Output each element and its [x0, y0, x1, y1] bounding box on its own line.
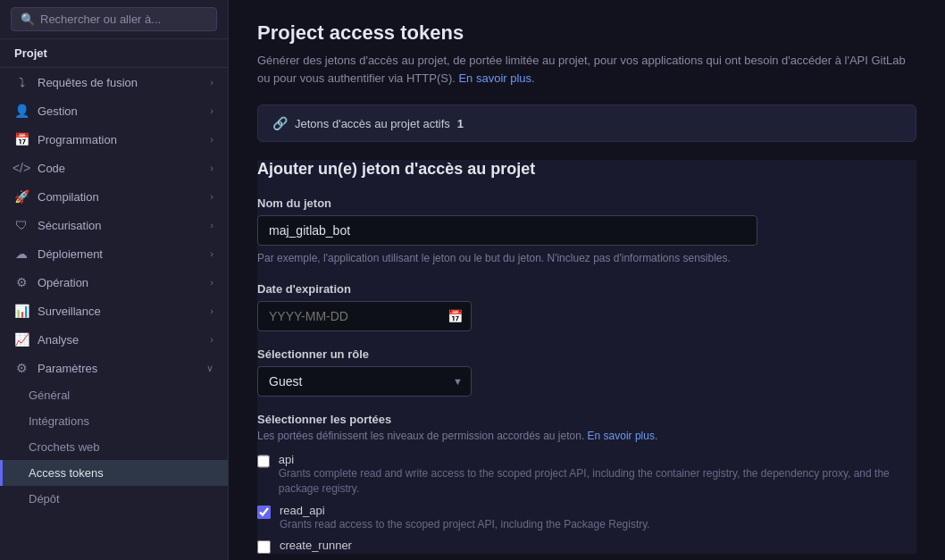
sub-nav-depot[interactable]: Dépôt [0, 486, 228, 512]
scope-api-text: api Grants complete read and write acces… [279, 453, 916, 497]
nav-item-compilation[interactable]: 🚀 Compilation › [0, 182, 228, 211]
gestion-icon: 👤 [14, 104, 29, 118]
scope-create-runner-text: create_runner [280, 539, 352, 552]
scope-item-create-runner: create_runner [257, 539, 916, 554]
date-input-wrap: 📅 [257, 301, 472, 331]
nav-item-requetes[interactable]: ⤵ Requêtes de fusion › [0, 68, 228, 96]
operation-label: Opération [38, 276, 88, 289]
compilation-chevron: › [210, 191, 213, 202]
code-icon: </> [14, 161, 29, 175]
programmation-label: Programmation [38, 133, 117, 146]
description-text: Générer des jetons d'accès au projet, de… [257, 54, 906, 85]
gestion-chevron: › [210, 105, 213, 116]
sub-nav-access-tokens[interactable]: Access tokens [0, 460, 228, 486]
scopes-hint: Les portées définissent les niveaux de p… [257, 430, 916, 442]
general-label: Général [29, 389, 70, 402]
deploiement-chevron: › [210, 248, 213, 259]
expiry-label: Date d'expiration [257, 282, 916, 296]
nav-item-code[interactable]: </> Code › [0, 154, 228, 182]
search-icon: 🔍 [21, 13, 35, 26]
search-area[interactable]: 🔍 Rechercher ou aller à... [0, 0, 228, 39]
token-name-hint: Par exemple, l'application utilisant le … [257, 250, 916, 266]
role-select[interactable]: Guest Reporter Developer Maintainer Owne… [257, 366, 472, 397]
depot-label: Dépôt [29, 492, 60, 506]
learn-more-link[interactable]: En savoir plus. [458, 71, 534, 85]
scope-read-api-name: read_api [280, 504, 650, 517]
scope-item-read-api: read_api Grants read access to the scope… [257, 504, 916, 532]
form-title: Ajouter un(e) jeton d'accès au projet [257, 160, 916, 179]
nav-item-parametres[interactable]: ⚙ Paramètres ∨ [0, 354, 228, 382]
access-tokens-label: Access tokens [29, 466, 104, 480]
operation-chevron: › [210, 277, 213, 288]
scope-api-checkbox[interactable] [257, 455, 270, 468]
scope-read-api-text: read_api Grants read access to the scope… [280, 504, 650, 532]
nav-item-gestion[interactable]: 👤 Gestion › [0, 96, 228, 125]
token-name-group: Nom du jeton Par exemple, l'application … [257, 196, 916, 266]
surveillance-label: Surveillance [38, 305, 101, 318]
scope-api-desc: Grants complete read and write access to… [279, 466, 916, 497]
main-content: Project access tokens Générer des jetons… [229, 0, 945, 560]
analyse-label: Analyse [38, 333, 79, 347]
link-icon: 🔗 [272, 116, 288, 130]
code-label: Code [38, 162, 65, 175]
surveillance-chevron: › [210, 305, 213, 316]
add-token-form: Ajouter un(e) jeton d'accès au projet No… [257, 160, 916, 554]
role-label: Sélectionner un rôle [257, 347, 916, 361]
nav-item-programmation[interactable]: 📅 Programmation › [0, 125, 228, 154]
securisation-chevron: › [210, 220, 213, 230]
sub-nav-general[interactable]: Général [0, 382, 228, 408]
parametres-label: Paramètres [38, 362, 97, 375]
sub-nav-crochets[interactable]: Crochets web [0, 434, 228, 460]
requetes-chevron: › [210, 77, 213, 88]
expiry-input[interactable] [257, 301, 472, 331]
scope-create-runner-name: create_runner [280, 539, 352, 552]
securisation-icon: 🛡 [14, 218, 29, 232]
nav-item-surveillance[interactable]: 📊 Surveillance › [0, 297, 228, 325]
deploiement-icon: ☁ [14, 247, 29, 261]
project-label: Projet [0, 39, 228, 68]
scope-read-api-desc: Grants read access to the scoped project… [280, 517, 650, 532]
scope-item-api: api Grants complete read and write acces… [257, 453, 916, 497]
gestion-label: Gestion [38, 104, 78, 118]
analyse-chevron: › [210, 334, 213, 345]
code-chevron: › [210, 163, 213, 173]
nav-item-operation[interactable]: ⚙ Opération › [0, 268, 228, 297]
scopes-title: Sélectionner les portées [257, 413, 916, 426]
scopes-section: Sélectionner les portées Les portées déf… [257, 413, 916, 554]
programmation-icon: 📅 [14, 132, 29, 146]
page-title: Project access tokens [257, 21, 916, 45]
scope-read-api-checkbox[interactable] [257, 506, 271, 519]
search-placeholder: Rechercher ou aller à... [40, 13, 161, 26]
nav-item-deploiement[interactable]: ☁ Déploiement › [0, 239, 228, 268]
surveillance-icon: 📊 [14, 304, 29, 318]
programmation-chevron: › [210, 134, 213, 145]
scope-create-runner-checkbox[interactable] [257, 540, 271, 554]
operation-icon: ⚙ [14, 275, 29, 289]
compilation-label: Compilation [38, 190, 99, 204]
role-group: Sélectionner un rôle Guest Reporter Deve… [257, 347, 916, 397]
nav-item-analyse[interactable]: 📈 Analyse › [0, 325, 228, 354]
expiry-date-group: Date d'expiration 📅 [257, 282, 916, 331]
token-count: 1 [457, 117, 464, 130]
requetes-label: Requêtes de fusion [38, 76, 138, 89]
analyse-icon: 📈 [14, 332, 29, 347]
crochets-label: Crochets web [29, 440, 99, 454]
search-box[interactable]: 🔍 Rechercher ou aller à... [11, 7, 217, 31]
select-wrap: Guest Reporter Developer Maintainer Owne… [257, 366, 472, 397]
integrations-label: Intégrations [29, 414, 89, 428]
scopes-learn-more[interactable]: En savoir plus. [588, 430, 658, 442]
active-tokens-bar: 🔗 Jetons d'accès au projet actifs 1 [257, 104, 916, 142]
scopes-hint-text: Les portées définissent les niveaux de p… [257, 430, 584, 442]
token-name-label: Nom du jeton [257, 196, 916, 210]
nav-item-securisation[interactable]: 🛡 Sécurisation › [0, 211, 228, 239]
deploiement-label: Déploiement [38, 247, 103, 261]
parametres-chevron: ∨ [206, 363, 213, 374]
scope-api-name: api [279, 453, 916, 466]
requetes-icon: ⤵ [14, 75, 29, 89]
parametres-icon: ⚙ [14, 361, 29, 375]
active-tokens-label: Jetons d'accès au projet actifs [295, 117, 450, 130]
compilation-icon: 🚀 [14, 189, 29, 204]
securisation-label: Sécurisation [38, 219, 102, 232]
sub-nav-integrations[interactable]: Intégrations [0, 408, 228, 434]
token-name-input[interactable] [257, 215, 757, 246]
